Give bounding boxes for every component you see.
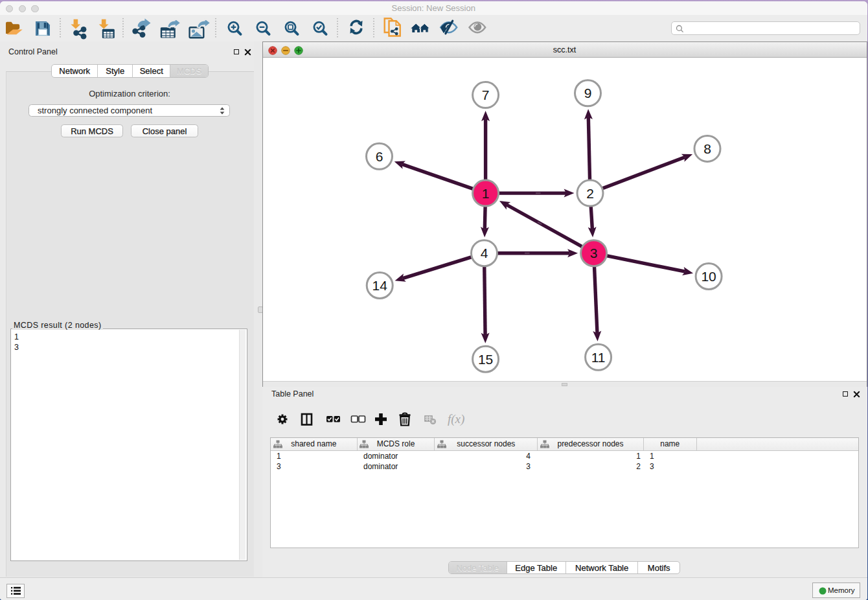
svg-text:1: 1 xyxy=(482,186,490,201)
svg-text:15: 15 xyxy=(478,352,493,367)
svg-text:7: 7 xyxy=(482,87,490,102)
svg-text:9: 9 xyxy=(584,86,592,100)
svg-text:2: 2 xyxy=(586,186,594,201)
svg-text:6: 6 xyxy=(376,149,383,164)
svg-text:f(x): f(x) xyxy=(448,412,464,426)
svg-text:8: 8 xyxy=(703,141,711,156)
svg-text:3: 3 xyxy=(590,246,598,260)
svg-text:14: 14 xyxy=(372,278,388,293)
svg-text:10: 10 xyxy=(701,269,716,284)
svg-text:11: 11 xyxy=(591,350,606,365)
svg-text:4: 4 xyxy=(481,246,488,260)
